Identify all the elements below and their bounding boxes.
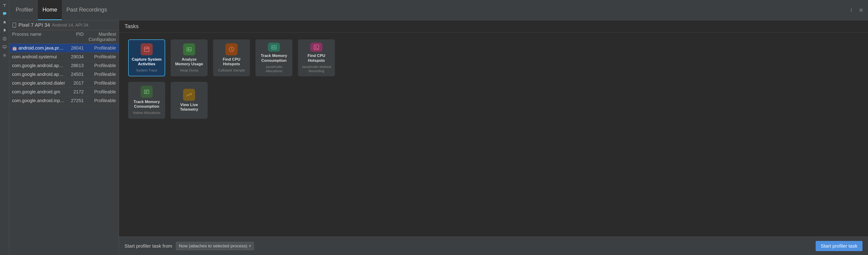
svg-point-13: [851, 10, 851, 10]
task-card-live-telemetry[interactable]: View Live Telemetry: [170, 82, 208, 119]
tab-past-recordings-label: Past Recordings: [66, 6, 107, 13]
svg-marker-4: [3, 21, 6, 24]
select-value: Now (attaches to selected process): [179, 244, 247, 249]
settings-button[interactable]: [858, 7, 864, 13]
task-title-system-trace: Capture System Activities: [131, 57, 162, 67]
process-table: Process name PID Manifest Configuration …: [9, 30, 119, 255]
table-row[interactable]: com.google.android.gm2172Profileable: [9, 88, 119, 96]
task-card-java-kotlin-method[interactable]: Find CPU HotspotsJava/Kotlin Method Reco…: [298, 39, 335, 76]
table-row[interactable]: com.google.android.dialer2017Profileable: [9, 79, 119, 88]
svg-point-12: [851, 8, 851, 9]
svg-rect-20: [187, 47, 191, 51]
task-icon-native-alloc: [141, 86, 153, 98]
task-icon-system-trace: [141, 43, 153, 55]
task-title-java-kotlin-method: Find CPU Hotspots: [301, 54, 332, 63]
svg-rect-0: [3, 4, 6, 5]
table-row[interactable]: com.google.android.inputmethod.latin2725…: [9, 96, 119, 105]
start-btn-label: Start profiler task: [821, 243, 858, 249]
tasks-grid-area: Capture System ActivitiesSystem Trace An…: [119, 33, 868, 236]
main-content: Profiler Home Past Recordings: [9, 0, 868, 255]
svg-marker-3: [4, 14, 5, 15]
svg-rect-8: [4, 38, 5, 38]
svg-rect-22: [189, 49, 190, 50]
tasks-header-label: Tasks: [125, 23, 138, 29]
svg-point-30: [191, 94, 192, 95]
task-icon-callstack-sample: [225, 43, 238, 55]
bottom-bar: Start profiler task from Now (attaches t…: [119, 236, 868, 255]
svg-rect-1: [4, 5, 5, 7]
left-panel: Pixel 7 API 34 Android 14, API 34 Proces…: [9, 20, 119, 255]
svg-rect-17: [14, 27, 15, 27]
android-icon: 🤖: [12, 46, 17, 51]
device-icon: [12, 23, 17, 28]
svg-point-19: [148, 47, 149, 49]
sidebar-icon-star[interactable]: [1, 19, 8, 26]
task-title-native-alloc: Track Memory Consumption: [131, 100, 162, 109]
task-card-system-trace[interactable]: Capture System ActivitiesSystem Trace: [128, 39, 165, 76]
col-pid: PID: [65, 32, 84, 42]
tab-profiler-label: Profiler: [16, 6, 33, 13]
sidebar-icon-info[interactable]: [1, 35, 8, 42]
svg-rect-10: [4, 48, 5, 49]
sidebar-icon-gear[interactable]: [1, 52, 8, 59]
body-split: Pixel 7 API 34 Android 14, API 34 Proces…: [9, 20, 868, 255]
svg-rect-21: [188, 49, 189, 50]
table-header: Process name PID Manifest Configuration: [9, 30, 119, 44]
task-title-heap-dump: Analyze Memory Usage: [174, 57, 204, 67]
sidebar-icon-t[interactable]: [1, 2, 8, 9]
start-profiler-label: Start profiler task from: [125, 243, 172, 249]
svg-point-14: [851, 11, 851, 11]
col-process-name: Process name: [12, 32, 65, 42]
tab-past-recordings[interactable]: Past Recordings: [62, 0, 112, 20]
sidebar-icon-monitor[interactable]: [1, 43, 8, 51]
sidebar-icon-bell[interactable]: [1, 27, 8, 34]
svg-point-11: [4, 55, 5, 56]
task-title-live-telemetry: View Live Telemetry: [174, 103, 204, 112]
start-profiler-button[interactable]: Start profiler task: [816, 241, 863, 251]
task-subtitle-java-kotlin-alloc: Java/Kotlin Allocations: [259, 65, 289, 73]
svg-rect-7: [4, 38, 5, 40]
svg-rect-9: [3, 46, 6, 48]
tasks-grid: Capture System ActivitiesSystem Trace An…: [128, 39, 859, 119]
svg-rect-5: [4, 31, 5, 32]
task-title-java-kotlin-alloc: Track Memory Consumption: [259, 54, 289, 63]
task-subtitle-system-trace: System Trace: [136, 68, 157, 72]
table-row[interactable]: com.google.android.apps.messaging28613Pr…: [9, 61, 119, 70]
task-card-native-alloc[interactable]: Track Memory ConsumptionNative Allocatio…: [128, 82, 165, 119]
task-icon-java-kotlin-alloc: [268, 43, 280, 52]
svg-point-15: [860, 9, 862, 11]
tab-home[interactable]: Home: [38, 0, 62, 20]
process-select[interactable]: Now (attaches to selected process) ▾: [176, 242, 254, 250]
select-arrow-icon: ▾: [249, 244, 251, 248]
table-row[interactable]: 🤖android.com.java.profilertester28041Pro…: [9, 44, 119, 53]
device-name: Pixel 7 API 34: [19, 22, 50, 28]
device-row: Pixel 7 API 34 Android 14, API 34: [9, 20, 119, 30]
right-panel: Tasks Capture System ActivitiesSystem Tr…: [119, 20, 868, 255]
task-subtitle-java-kotlin-method: Java/Kotlin Method Recording: [301, 65, 332, 73]
task-icon-heap-dump: [183, 43, 195, 55]
svg-rect-29: [145, 93, 147, 93]
tasks-header: Tasks: [119, 20, 868, 33]
process-rows: 🤖android.com.java.profilertester28041Pro…: [9, 44, 119, 105]
task-subtitle-native-alloc: Native Allocations: [133, 111, 160, 115]
sidebar: [0, 0, 9, 255]
tab-profiler[interactable]: Profiler: [11, 0, 38, 20]
task-subtitle-heap-dump: Heap Dump: [180, 68, 198, 72]
svg-rect-28: [145, 92, 147, 92]
task-card-heap-dump[interactable]: Analyze Memory UsageHeap Dump: [170, 39, 208, 76]
table-row[interactable]: com.google.android.apps.messaging...2450…: [9, 70, 119, 79]
task-title-callstack-sample: Find CPU Hotspots: [216, 57, 247, 67]
task-icon-java-kotlin-method: [310, 43, 322, 52]
device-sub: Android 14, API 34: [52, 23, 88, 28]
more-options-button[interactable]: [848, 7, 854, 13]
task-icon-live-telemetry: [183, 89, 195, 101]
col-manifest: Manifest Configuration: [84, 32, 116, 42]
tab-bar: Profiler Home Past Recordings: [9, 0, 868, 20]
svg-rect-27: [145, 91, 148, 91]
table-row[interactable]: com.android.systemui29034Profileable: [9, 53, 119, 61]
tab-home-label: Home: [42, 6, 57, 13]
task-card-callstack-sample[interactable]: Find CPU HotspotsCallstack Sample: [213, 39, 250, 76]
sidebar-icon-chat[interactable]: [1, 10, 8, 18]
svg-rect-2: [3, 12, 6, 14]
task-card-java-kotlin-alloc[interactable]: Track Memory ConsumptionJava/Kotlin Allo…: [255, 39, 292, 76]
